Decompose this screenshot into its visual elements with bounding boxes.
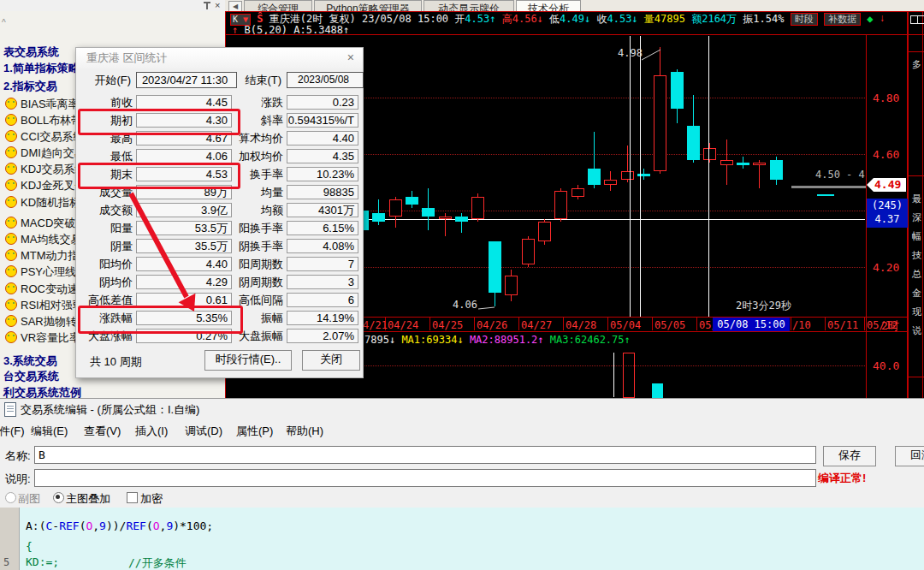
time-tick <box>429 318 430 330</box>
time-highlight[interactable]: 05/08 15:00 <box>713 318 790 331</box>
time-tick <box>696 318 697 330</box>
volume-bar <box>652 383 663 398</box>
smiley-icon <box>5 146 17 158</box>
stat-right-value: 4.08% <box>287 239 358 253</box>
time-label: 04/24 <box>388 319 418 331</box>
stat-right-label: 阳换手率 <box>220 221 283 235</box>
annotation-box-initial <box>78 109 240 135</box>
sidebar-header: × <box>0 0 225 11</box>
time-label: 04/26 <box>477 319 507 331</box>
encrypt-checkbox[interactable] <box>127 492 138 503</box>
backtest-button[interactable]: 回测 <box>895 446 924 466</box>
stat-left-label: 前收 <box>78 95 133 110</box>
menu-item[interactable]: 属性(P) <box>236 424 273 439</box>
code-token: 9 <box>99 520 106 532</box>
current-price-tag: 4.49 <box>867 178 906 192</box>
subchart-radio[interactable] <box>5 492 16 503</box>
low-price-note: 4.06 <box>453 299 477 311</box>
encrypt-checkbox-label: 加密 <box>140 491 163 507</box>
time-label: 05/12 <box>867 319 897 331</box>
candle-body <box>505 276 518 295</box>
collapse-caret-icon[interactable]: ^ <box>2 18 6 27</box>
menu-item[interactable]: 插入(I) <box>135 424 168 439</box>
pin-icon[interactable] <box>203 2 210 9</box>
candle-body <box>753 163 766 165</box>
stat-right-value: 0.23 <box>287 95 358 110</box>
candle-body <box>654 75 666 171</box>
smiley-icon <box>5 233 17 245</box>
time-tick <box>563 318 564 330</box>
stat-right-label: 阴周期数 <box>220 275 283 289</box>
range-note: 4.50 - 4 <box>815 169 865 181</box>
editor-title: 交易系统编辑 - (所属公式组：I.自编) <box>21 402 199 418</box>
stat-left-value: 35.5万 <box>136 239 232 253</box>
stat-right-value: 3 <box>287 275 358 289</box>
volume-bar <box>623 353 635 398</box>
time-label: 04/25 <box>432 319 463 331</box>
menu-item[interactable]: 查看(V) <box>84 424 121 439</box>
tab-strip: 综合管理Python策略管理器动态显示牌价技术分析 <box>225 0 924 11</box>
sidebar-item[interactable]: 台交易系统 <box>3 369 59 384</box>
save-button[interactable]: 保存 <box>823 446 876 466</box>
stat-right-value: 2.07% <box>287 329 358 343</box>
sidebar-item[interactable]: CCI交易系统 <box>5 129 84 145</box>
tab-2[interactable]: Python策略管理器 <box>314 0 422 11</box>
volume-axis-label: 40.0 <box>873 359 899 372</box>
candle-body <box>720 160 733 165</box>
smiley-icon <box>5 331 17 343</box>
menu-item[interactable]: 帮助(H) <box>286 424 323 439</box>
smiley-icon <box>5 299 17 311</box>
time-tick <box>607 318 608 330</box>
smiley-icon <box>5 114 17 126</box>
candle-body <box>538 222 551 241</box>
time-label: /10 <box>792 319 811 331</box>
sidebar-item[interactable]: 表交易系统 <box>3 45 59 60</box>
period-quotes-button[interactable]: 时段行情(E).. <box>204 350 292 371</box>
interval-stats-dialog: 重庆港 区间统计 × 开始(F) 2023/04/27 11:30 结束(T) … <box>75 47 364 378</box>
annotation-box-change <box>78 306 243 334</box>
ma1-value: MA1:69334 <box>401 334 457 346</box>
stat-left-label: 阳量 <box>78 221 133 235</box>
stat-right-value: 98835 <box>287 185 358 199</box>
desc-label: 说明: <box>5 472 31 487</box>
code-token: ))/ <box>106 520 126 532</box>
sidebar-item[interactable]: KDJ交易系统 <box>5 162 86 177</box>
sidebar-item[interactable]: 3.系统交易 <box>3 353 57 369</box>
stat-right-value: 10.23% <box>287 167 358 181</box>
stat-left-label: 阴均价 <box>78 275 133 289</box>
candle-body <box>621 171 634 180</box>
code-editor[interactable]: 5 A:(C-REF(O,9))/REF(O,9)*100; { KD:=; /… <box>0 508 924 570</box>
candle-body <box>703 148 716 160</box>
time-tick <box>791 318 791 330</box>
sidebar-close-icon[interactable]: × <box>215 0 224 10</box>
name-input[interactable]: B <box>34 446 816 464</box>
crosshair-vline <box>640 36 641 317</box>
annotation-box-final <box>78 163 240 189</box>
duration-note: 2时3分29秒 <box>736 299 791 313</box>
stat-right-value: 6 <box>287 293 358 307</box>
volume-cursor-line <box>613 353 614 397</box>
desc-input[interactable] <box>34 469 816 487</box>
candle-body <box>671 72 684 109</box>
period-count: 共 10 周期 <box>90 354 142 370</box>
tab-4[interactable]: 技术分析 <box>516 0 581 11</box>
stat-right-value: 0.594315%/T <box>287 113 358 128</box>
candle-body <box>489 241 501 293</box>
document-icon <box>4 402 16 417</box>
code-token: )*100; <box>173 520 213 532</box>
tab-1[interactable]: 综合管理 <box>244 0 312 11</box>
tab-3[interactable]: 动态显示牌价 <box>424 0 514 11</box>
menu-item[interactable]: 文件(F) <box>0 424 25 439</box>
menu-item[interactable]: 编辑(E) <box>31 424 68 439</box>
stat-left-value: 4.45 <box>136 95 232 110</box>
sidebar-item[interactable]: 2.指标交易 <box>3 79 57 94</box>
cyan-dash <box>817 194 834 196</box>
sidebar-item[interactable]: 1.简单指标策略 <box>3 61 80 76</box>
right-toolbar-strip[interactable]: 多 最深幅技总金现说 <box>909 11 924 398</box>
code-comment: //开多条件 <box>128 555 187 570</box>
subchart-radio-label: 副图 <box>18 491 40 507</box>
mainchart-radio[interactable] <box>53 492 64 503</box>
sidebar-item[interactable]: 利交易系统范例 <box>3 385 81 398</box>
menu-item[interactable]: 调试(D) <box>185 424 222 439</box>
close-button[interactable]: 关闭 <box>302 350 360 371</box>
